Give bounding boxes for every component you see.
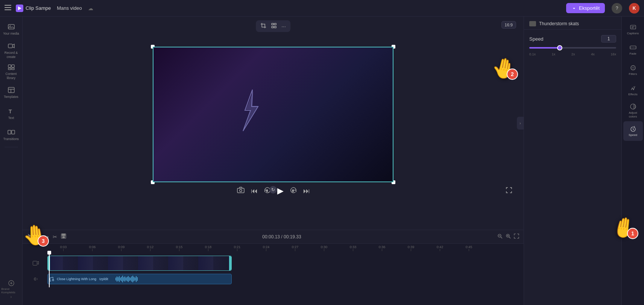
adjust-colors-tool[interactable]: Adjustcolors	[623, 101, 643, 120]
sidebar-item-text[interactable]: T Text	[2, 104, 21, 124]
pointer-tool[interactable]	[27, 233, 32, 240]
redo-btn[interactable]: ↪	[44, 234, 49, 240]
clip-handle-right[interactable]	[229, 256, 231, 270]
ruler-mark: 0:42	[425, 245, 454, 251]
ruler-mark: 0:03	[49, 245, 78, 251]
sidebar-item-transitions-label: Transitions	[3, 137, 19, 141]
aspect-ratio-badge: 16:9	[501, 21, 516, 29]
svg-rect-15	[8, 130, 11, 134]
clip-thumbnail	[48, 256, 231, 270]
speed-markers: 0.1x 1x 2x 4x 16x	[529, 51, 616, 56]
forward-btn[interactable]: 5	[290, 186, 297, 196]
more-icon[interactable]: ···	[281, 23, 287, 30]
fullscreen-preview-icon[interactable]	[270, 22, 278, 30]
sidebar-item-your-media-label: Your media	[3, 32, 19, 35]
crop-icon[interactable]	[260, 22, 267, 30]
right-panel-header: Thunderstorm skats	[524, 17, 621, 30]
audio-badge: Izpldit	[99, 277, 108, 281]
ruler-mark: 0:36	[368, 245, 396, 251]
rotate-handle[interactable]: ↻	[269, 186, 277, 194]
speed-section: Speed 0.1x 1x 2x 4x 16x	[524, 30, 621, 61]
video-preview-area: ··· 16:9 ↻	[23, 17, 524, 230]
audio-clip[interactable]: Close Lightning With Long Izpldit	[47, 274, 232, 284]
svg-rect-10	[12, 68, 14, 70]
svg-rect-4	[8, 24, 14, 29]
svg-rect-27	[62, 234, 65, 236]
sidebar-item-record-create[interactable]: Record &create	[2, 41, 21, 60]
fade-tool[interactable]: Fade	[623, 40, 643, 59]
svg-text:T: T	[9, 108, 12, 114]
svg-rect-19	[274, 23, 276, 25]
ruler-mark: 0:33	[339, 245, 368, 251]
help-icon[interactable]: ?	[612, 3, 622, 14]
logo-icon	[16, 5, 23, 12]
clip-icon	[529, 21, 536, 26]
ruler-marks-container: 0:03 0:06 0:09 0:12 0:15 0:18 0:21 0:24 …	[49, 245, 497, 251]
svg-line-30	[501, 237, 502, 238]
timeline-playhead[interactable]	[49, 253, 50, 287]
ruler-mark: 0:30	[310, 245, 339, 251]
svg-rect-0	[5, 5, 11, 6]
video-canvas-wrap: ↻	[153, 47, 393, 182]
video-track-row	[23, 254, 524, 272]
speed-label-row: Speed	[529, 35, 616, 43]
zoom-in-btn[interactable]	[506, 233, 511, 240]
svg-text:5: 5	[266, 189, 268, 192]
timeline-time-display: 00:00.13 / 00:19.33	[70, 234, 494, 239]
sidebar-item-content-library[interactable]: Contentlibrary	[2, 62, 21, 81]
fit-btn[interactable]	[514, 233, 519, 240]
video-track-content[interactable]	[47, 256, 522, 271]
svg-rect-22	[237, 188, 244, 193]
collapse-panel-btn[interactable]: ›	[517, 117, 524, 130]
svg-rect-37	[630, 25, 636, 29]
speed-slider-thumb[interactable]	[557, 45, 562, 50]
clip-name: Thunderstorm skats	[539, 21, 579, 26]
timeline-ruler: 0:03 0:06 0:09 0:12 0:15 0:18 0:21 0:24 …	[23, 244, 524, 253]
video-clip[interactable]	[47, 256, 232, 271]
speed-value-input[interactable]	[601, 35, 616, 43]
left-sidebar: Your media Record &create Contentlibrary…	[0, 17, 23, 305]
save-tool[interactable]	[61, 233, 66, 240]
sidebar-item-templates-label: Templates	[4, 95, 18, 99]
skip-forward-btn[interactable]: ⏭	[303, 187, 310, 195]
lightning-svg	[237, 88, 267, 133]
svg-rect-28	[62, 236, 65, 238]
export-button[interactable]: Eksportēt	[566, 3, 605, 13]
svg-point-23	[240, 189, 242, 192]
sidebar-item-text-label: Text	[8, 116, 14, 120]
effects-tool[interactable]: Effects	[623, 81, 643, 100]
audio-track-row: Close Lightning With Long Izpldit	[23, 272, 524, 286]
sidebar-item-transitions[interactable]: Transitions	[2, 125, 21, 145]
sidebar-item-templates[interactable]: Templates	[2, 83, 21, 102]
svg-rect-6	[8, 44, 12, 48]
svg-rect-8	[12, 65, 14, 67]
screenshot-btn[interactable]	[237, 187, 245, 195]
svg-rect-7	[8, 65, 11, 67]
menu-icon[interactable]	[5, 5, 11, 12]
project-name[interactable]: Mans video	[57, 5, 82, 11]
zoom-out-btn[interactable]	[497, 233, 503, 240]
cut-tool[interactable]: ✂	[53, 234, 57, 240]
speed-tool[interactable]: Speed	[623, 121, 643, 141]
sidebar-item-your-media[interactable]: Your media	[2, 20, 21, 39]
expand-btn[interactable]	[506, 187, 512, 195]
captions-tool[interactable]: Captions	[623, 20, 643, 39]
speed-slider-track[interactable]	[529, 47, 616, 49]
play-btn[interactable]: ▶	[277, 186, 284, 196]
music-icon	[49, 276, 55, 282]
avatar[interactable]: K	[629, 3, 639, 14]
right-toolbar: Captions Fade Filters Effects Adjustcolo…	[621, 17, 644, 305]
svg-rect-20	[272, 26, 273, 28]
filters-tool[interactable]: Filters	[623, 60, 643, 80]
ruler-mark: 0:18	[194, 245, 223, 251]
skip-back-btn[interactable]: ⏮	[251, 187, 258, 195]
top-bar: Clip Sampe Mans video ☁ Eksportēt ? K	[0, 0, 644, 17]
audio-clip-label: Close Lightning With Long	[55, 277, 99, 281]
audio-track-content[interactable]: Close Lightning With Long Izpldit	[47, 273, 522, 285]
svg-rect-36	[33, 261, 37, 265]
ruler-mark: 0:09	[107, 245, 136, 251]
ruler-mark: 0:27	[281, 245, 310, 251]
sidebar-brand[interactable]: Brand Komplekts ›	[2, 280, 21, 302]
right-panel: Thunderstorm skats Speed 0.1x 1x 2x 4x 1…	[524, 17, 621, 305]
undo-btn[interactable]: ↩	[36, 234, 41, 240]
